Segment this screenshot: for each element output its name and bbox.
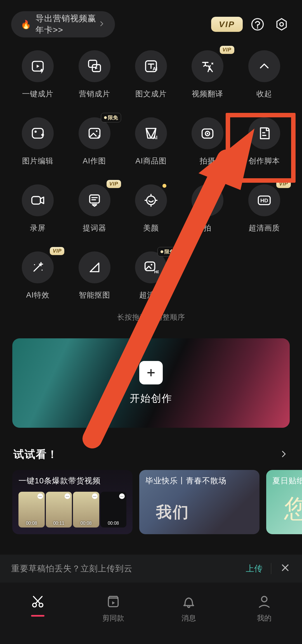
chevron-up-icon [248, 50, 280, 82]
tool-label: 收起 [256, 89, 272, 99]
banner-text: 重要草稿怕丢失？立刻上传到云 [11, 563, 133, 574]
tool-beauty[interactable]: 美颜 [123, 183, 179, 233]
nav-template[interactable]: 剪同款 [76, 583, 151, 644]
script-icon [248, 117, 280, 149]
tool-play-lightning[interactable]: 一键成片 [10, 49, 66, 99]
nav-label: 我的 [257, 613, 272, 623]
vip-tag: VIP [50, 247, 64, 255]
thumb: —00:11 [46, 492, 72, 527]
beauty-icon [135, 184, 167, 216]
tool-label: 一键成片 [22, 89, 53, 99]
tool-text-ai[interactable]: 图文成片 [123, 49, 179, 99]
play-lightning-icon [22, 50, 54, 82]
tool-label: 创作脚本 [249, 156, 280, 166]
tool-shop-ai[interactable]: AI商品图 [123, 116, 179, 166]
promo-text: 导出营销视频赢年卡>> [36, 13, 98, 36]
tool-hd[interactable]: VIP 超清画质 [236, 183, 292, 233]
bell-icon [181, 594, 196, 609]
tool-copy-play[interactable]: 营销成片 [66, 49, 122, 99]
upload-banner: 重要草稿怕丢失？立刻上传到云 上传 [0, 555, 302, 583]
cut-icon [30, 594, 45, 609]
card-title: 一键10条爆款带货视频 [18, 476, 126, 486]
thumb: —00:08 [18, 492, 45, 527]
card-title: 毕业快乐丨青春不散场 [145, 476, 253, 486]
try-title: 试试看！ [13, 447, 58, 462]
free-tag: 限免 [157, 247, 178, 256]
close-banner-button[interactable] [280, 562, 291, 575]
nav-label: 剪同款 [102, 613, 124, 623]
tool-label: 视频翻译 [192, 89, 223, 99]
copy-play-icon [79, 50, 110, 82]
nav-label: 消息 [181, 613, 196, 623]
camera-icon [192, 117, 223, 149]
settings-button[interactable] [272, 15, 291, 34]
vip-tag: VIP [276, 180, 291, 188]
promo-pill[interactable]: 🔥 导出营销视频赢年卡>> [11, 11, 115, 37]
wand-icon [22, 251, 54, 283]
help-button[interactable] [248, 15, 267, 34]
tool-label: 美颜 [143, 223, 159, 233]
thumbs: —00:08—00:11—00:08—00:08 [18, 492, 126, 527]
drag-hint: 长按拖动可调整顺序 [0, 312, 302, 322]
record-icon [22, 184, 54, 216]
tool-label: 图片编辑 [22, 156, 53, 166]
try-card-0[interactable]: 一键10条爆款带货视频—00:08—00:11—00:08—00:08 [12, 470, 133, 534]
tool-image-edit[interactable]: 图片编辑 [10, 116, 66, 166]
shop-ai-icon [135, 117, 167, 149]
image-edit-icon [22, 117, 54, 149]
tool-label: AI特效 [26, 290, 49, 300]
notification-dot [162, 184, 166, 188]
tool-face[interactable]: 拍 [179, 183, 236, 233]
try-more-button[interactable] [279, 449, 289, 460]
tool-wand[interactable]: VIP AI特效 [10, 250, 66, 300]
chevron-right-icon [98, 20, 105, 28]
template-icon [106, 594, 121, 609]
thumb: —00:08 [100, 492, 127, 527]
try-card-2[interactable]: 夏日贴纸 [266, 470, 302, 534]
face-icon [192, 184, 223, 216]
vip-tag: VIP [107, 180, 121, 188]
tool-label: 录屏 [30, 223, 46, 233]
start-create-label: 开始创作 [130, 392, 172, 405]
tool-label: 拍摄 [200, 156, 215, 166]
tool-chevron-up[interactable]: 收起 [236, 49, 292, 99]
tool-label: 拍 [204, 223, 211, 233]
fire-icon: 🔥 [21, 20, 31, 29]
tool-label: 超清画质 [249, 223, 280, 233]
tool-record[interactable]: 录屏 [10, 183, 66, 233]
tool-label: AI商品图 [135, 156, 167, 166]
upload-button[interactable]: 上传 [246, 563, 263, 574]
translate-icon [192, 50, 223, 82]
start-create-card[interactable]: 开始创作 [12, 338, 290, 428]
tool-translate[interactable]: VIP 视频翻译 [179, 49, 236, 99]
tool-cutout[interactable]: 智能抠图 [66, 250, 122, 300]
try-card-1[interactable]: 毕业快乐丨青春不散场 [139, 470, 259, 534]
tool-image-spark[interactable]: 限免 AI作图 [66, 116, 122, 166]
hd-icon [248, 184, 280, 216]
cutout-icon [79, 251, 110, 283]
free-tag: 限免 [101, 113, 121, 122]
tool-label: 超清图 [139, 290, 163, 300]
vip-tag: VIP [220, 46, 234, 54]
tool-label: AI作图 [83, 156, 106, 166]
teleprompter-icon [79, 184, 110, 216]
tool-label: 营销成片 [79, 89, 110, 99]
nav-cut[interactable] [0, 583, 76, 644]
tool-script[interactable]: 创作脚本 [236, 116, 292, 166]
nav-profile[interactable]: 我的 [226, 583, 302, 644]
divider [271, 563, 271, 574]
tool-teleprompter[interactable]: VIP 提词器 [66, 183, 122, 233]
tool-label: 智能抠图 [79, 290, 110, 300]
tool-image-hd[interactable]: 限免 超清图 [123, 250, 179, 300]
text-ai-icon [135, 50, 167, 82]
card-title: 夏日贴纸 [272, 476, 302, 486]
tool-label: 图文成片 [135, 89, 167, 99]
thumb: —00:08 [73, 492, 99, 527]
tool-label: 提词器 [83, 223, 106, 233]
vip-badge[interactable]: VIP [211, 17, 243, 32]
profile-icon [257, 594, 272, 609]
tool-camera[interactable]: 拍摄 [179, 116, 236, 166]
plus-icon [139, 361, 163, 384]
nav-bell[interactable]: 消息 [151, 583, 226, 644]
